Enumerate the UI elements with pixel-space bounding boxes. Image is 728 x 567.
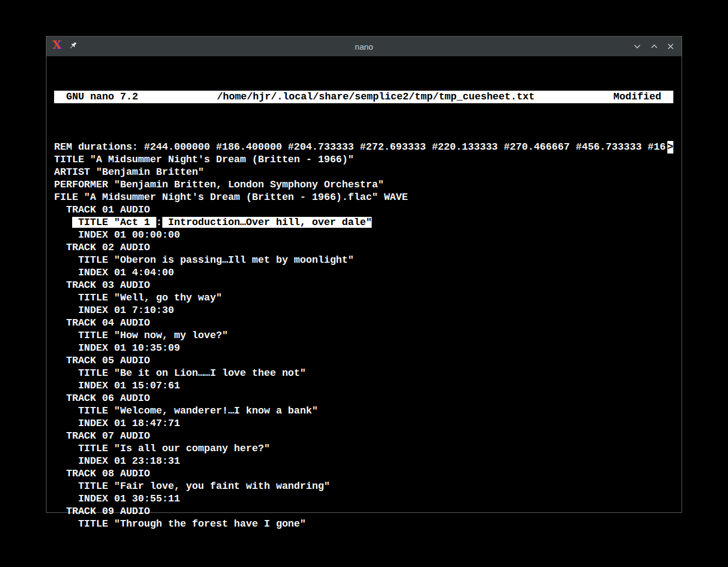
editor-line[interactable]: TITLE "Welcome, wanderer!…I know a bank" [54,405,673,417]
editor-line[interactable]: INDEX 01 10:35:09 [54,342,673,355]
window-controls [633,37,674,56]
line-text: INDEX 01 15:07:61 [54,380,180,391]
line-text: INDEX 01 00:00:00 [54,229,180,240]
line-text: FILE "A Midsummer Night's Dream (Britten… [54,192,408,203]
window-title: nano [355,42,373,51]
nano-modified-status: Modified [613,91,673,103]
line-text: TRACK 09 AUDIO [54,506,150,517]
editor-line[interactable]: TRACK 04 AUDIO [54,317,673,329]
line-text: TITLE "Welcome, wanderer!…I know a bank" [54,405,318,416]
window-titlebar[interactable]: X X nano [46,37,682,56]
line-text: INDEX 01 4:04:00 [54,267,174,278]
editor-line[interactable]: PERFORMER "Benjamin Britten, London Symp… [54,179,673,191]
editor-line[interactable]: INDEX 01 30:55:11 [54,493,673,505]
cursor-cell: : [156,217,162,228]
line-text: TRACK 04 AUDIO [54,317,150,328]
nano-version: GNU nano 7.2 [54,91,138,103]
line-text [54,217,72,228]
editor-line[interactable]: ARTIST "Benjamin Britten" [54,166,673,179]
editor-line[interactable]: TITLE "A Midsummer Night's Dream (Britte… [54,153,673,166]
editor-line[interactable]: INDEX 01 00:00:00 [54,229,673,241]
line-text: INDEX 01 30:55:11 [54,493,180,504]
terminal-window: X X nano [46,36,682,513]
maximize-button[interactable] [650,44,658,49]
pushpin-icon [68,41,78,52]
line-text: TRACK 07 AUDIO [54,430,150,441]
line-text: REM durations: #244.000000 #186.400000 #… [54,141,666,152]
line-text: INDEX 01 23:18:31 [54,456,180,466]
editor-line[interactable]: TRACK 08 AUDIO [54,468,673,480]
selected-text: TITLE "Act 1 [72,217,156,228]
editor-line[interactable]: TRACK 07 AUDIO [54,430,673,442]
editor-line[interactable]: INDEX 01 15:07:61 [54,380,673,392]
editor-line[interactable]: INDEX 01 7:10:30 [54,304,673,317]
selected-text: Introduction…Over hill, over dale" [162,217,372,228]
editor-line[interactable]: INDEX 01 23:18:31 [54,455,673,468]
line-text: TRACK 08 AUDIO [54,468,150,479]
line-text: TRACK 01 AUDIO [54,204,150,215]
editor-line[interactable]: TITLE "Well, go thy way" [54,292,673,304]
line-text: INDEX 01 18:47:71 [54,418,180,429]
editor-line[interactable]: TITLE "Through the forest have I gone" [54,518,673,530]
editor-line[interactable]: TITLE "Be it on Lion……I love thee not" [54,367,673,380]
nano-editor[interactable]: GNU nano 7.2 /home/hjr/.local/share/semp… [46,56,682,512]
editor-line[interactable]: TRACK 09 AUDIO [54,505,673,518]
close-button[interactable] [667,43,674,50]
editor-line[interactable]: TITLE "Is all our company here?" [54,442,673,455]
line-text: TRACK 02 AUDIO [54,242,150,253]
editor-line[interactable]: TRACK 05 AUDIO [54,355,673,367]
editor-line[interactable]: TRACK 03 AUDIO [54,279,673,292]
line-text: TITLE "Through the forest have I gone" [54,518,306,529]
line-text: TITLE "How now, my love?" [54,330,228,341]
nano-header-bar: GNU nano 7.2 /home/hjr/.local/share/semp… [54,91,673,103]
editor-line[interactable]: TRACK 02 AUDIO [54,241,673,254]
xterm-icon: X X [51,39,63,54]
titlebar-left-icons: X X [51,37,78,56]
editor-line[interactable]: TRACK 01 AUDIO [54,204,673,216]
editor-line[interactable]: TITLE "Oberon is passing…Ill met by moon… [54,254,673,267]
line-text: TITLE "Oberon is passing…Ill met by moon… [54,255,354,265]
rem-durations-line[interactable]: REM durations: #244.000000 #186.400000 #… [54,141,673,153]
line-text: TRACK 03 AUDIO [54,280,150,291]
line-text: TRACK 06 AUDIO [54,393,150,404]
line-text: TITLE "Well, go thy way" [54,292,222,303]
line-text: TITLE "Is all our company here?" [54,443,270,454]
selected-title-line[interactable]: TITLE "Act 1 : Introduction…Over hill, o… [54,216,673,229]
line-text: INDEX 01 10:35:09 [54,342,180,353]
line-overflow-marker: > [667,141,673,153]
editor-line[interactable]: INDEX 01 18:47:71 [54,417,673,430]
editor-body[interactable]: REM durations: #244.000000 #186.400000 #… [54,141,682,530]
editor-line[interactable]: TRACK 06 AUDIO [54,392,673,405]
nano-file-path: /home/hjr/.local/share/semplice2/tmp/tmp… [217,91,535,103]
editor-line[interactable]: TITLE "How now, my love?" [54,329,673,342]
minimize-button[interactable] [633,44,641,49]
line-text: TRACK 05 AUDIO [54,355,150,366]
line-text: INDEX 01 7:10:30 [54,305,174,316]
line-text: ARTIST "Benjamin Britten" [54,167,204,178]
editor-line[interactable]: FILE "A Midsummer Night's Dream (Britten… [54,191,673,204]
editor-line[interactable]: TITLE "Fair love, you faint with wandrin… [54,480,673,493]
line-text: TITLE "A Midsummer Night's Dream (Britte… [54,154,354,165]
svg-text:X: X [52,39,62,51]
line-text: PERFORMER "Benjamin Britten, London Symp… [54,179,384,190]
editor-line[interactable]: INDEX 01 4:04:00 [54,267,673,279]
line-text: TITLE "Fair love, you faint with wandrin… [54,481,330,492]
line-text: TITLE "Be it on Lion……I love thee not" [54,368,306,379]
